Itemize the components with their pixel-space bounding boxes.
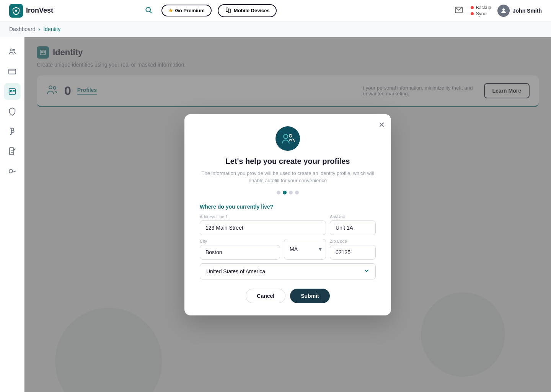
- step-3: [289, 191, 293, 194]
- svg-point-0: [15, 10, 17, 12]
- city-state-zip-row: City MA ▾ Zip Code: [200, 239, 376, 260]
- premium-button[interactable]: ★ Go Premium: [161, 5, 212, 16]
- create-profiles-modal: ✕ Let's help you create your profiles Th…: [184, 114, 391, 315]
- sidebar-item-identity[interactable]: [4, 83, 21, 100]
- backup-label: Backup: [476, 5, 491, 10]
- mobile-icon: [225, 7, 231, 14]
- sync-dot: [471, 12, 474, 15]
- mobile-devices-button[interactable]: Mobile Devices: [218, 4, 277, 17]
- step-1: [277, 191, 280, 194]
- sync-label: Sync: [476, 11, 486, 16]
- svg-point-8: [13, 49, 15, 51]
- address-field-wrap: Address Line 1: [200, 214, 326, 235]
- sync-status: Sync: [471, 11, 491, 16]
- backup-sync-status: Backup Sync: [471, 5, 491, 16]
- step-4: [295, 191, 299, 194]
- step-2: [283, 191, 287, 194]
- svg-point-6: [502, 8, 505, 11]
- apt-field-wrap: Apt/Unit: [330, 214, 376, 235]
- logo-text: IronVest: [26, 7, 53, 15]
- modal-subtitle: The information you provide will be used…: [200, 170, 376, 185]
- sidebar: [0, 37, 24, 392]
- cancel-button[interactable]: Cancel: [246, 289, 285, 303]
- nav-right: Backup Sync John Smith: [453, 4, 542, 17]
- mail-button[interactable]: [453, 4, 465, 17]
- backup-status: Backup: [471, 5, 491, 10]
- svg-rect-4: [228, 9, 230, 13]
- city-input[interactable]: [200, 245, 280, 260]
- svg-point-28: [289, 134, 292, 137]
- address-row: Address Line 1 Apt/Unit: [200, 214, 376, 235]
- nav-center: ★ Go Premium Mobile Devices: [142, 3, 277, 18]
- city-label: City: [200, 239, 280, 243]
- zip-field-wrap: Zip Code: [330, 239, 376, 260]
- form-section-label: Where do you currently live?: [200, 204, 376, 210]
- svg-point-27: [284, 134, 288, 139]
- sidebar-item-documents[interactable]: [4, 143, 21, 160]
- svg-rect-9: [8, 69, 15, 74]
- search-button[interactable]: [142, 3, 155, 18]
- svg-point-18: [9, 169, 12, 173]
- mail-icon: [455, 6, 463, 14]
- sidebar-item-crypto[interactable]: [4, 123, 21, 140]
- star-icon: ★: [168, 8, 173, 13]
- user-name: John Smith: [513, 8, 542, 14]
- zip-label: Zip Code: [330, 239, 376, 243]
- backup-dot: [471, 6, 474, 9]
- sidebar-item-keys[interactable]: [4, 163, 21, 180]
- mobile-label: Mobile Devices: [234, 8, 270, 13]
- main-layout: Identity Create unique identities using …: [0, 37, 551, 392]
- sidebar-item-security[interactable]: [4, 103, 21, 120]
- modal-icon-wrap: [200, 126, 376, 151]
- modal-overlay: ✕ Let's help you create your profiles Th…: [24, 37, 551, 392]
- svg-rect-3: [226, 8, 228, 11]
- breadcrumb-identity[interactable]: Identity: [43, 26, 60, 32]
- logo[interactable]: IronVest: [9, 4, 53, 18]
- svg-line-2: [150, 11, 152, 13]
- city-field-wrap: City: [200, 239, 280, 260]
- breadcrumb-dashboard[interactable]: Dashboard: [9, 26, 36, 32]
- country-select[interactable]: United States of America: [200, 264, 375, 279]
- logo-icon: [9, 4, 23, 18]
- modal-title: Let's help you create your profiles: [200, 157, 376, 166]
- svg-point-1: [146, 7, 150, 12]
- modal-icon-circle: [276, 126, 300, 151]
- country-select-wrap[interactable]: United States of America: [200, 263, 376, 279]
- step-indicators: [200, 191, 376, 194]
- premium-label: Go Premium: [175, 8, 205, 13]
- submit-button[interactable]: Submit: [290, 289, 329, 303]
- apt-input[interactable]: [330, 220, 376, 235]
- sidebar-item-cards[interactable]: [4, 63, 21, 80]
- address-line1-input[interactable]: [200, 220, 326, 235]
- avatar: [497, 5, 510, 17]
- state-select-wrap[interactable]: MA ▾: [284, 239, 326, 260]
- top-navigation: IronVest ★ Go Premium Mobile Devices: [0, 0, 551, 21]
- user-menu[interactable]: John Smith: [497, 5, 542, 17]
- breadcrumb: Dashboard › Identity: [0, 21, 551, 37]
- apt-label: Apt/Unit: [330, 214, 376, 219]
- modal-actions: Cancel Submit: [200, 289, 376, 303]
- svg-point-12: [10, 90, 12, 92]
- modal-close-button[interactable]: ✕: [378, 120, 385, 129]
- search-icon: [145, 6, 152, 14]
- sidebar-item-users[interactable]: [4, 43, 21, 60]
- svg-point-7: [10, 49, 12, 51]
- profiles-modal-icon: [281, 132, 295, 145]
- state-select[interactable]: MA: [284, 242, 326, 256]
- breadcrumb-separator: ›: [39, 26, 41, 32]
- avatar-icon: [500, 7, 507, 14]
- zip-input[interactable]: [330, 245, 376, 260]
- main-content: Identity Create unique identities using …: [24, 37, 551, 392]
- address-label: Address Line 1: [200, 214, 326, 219]
